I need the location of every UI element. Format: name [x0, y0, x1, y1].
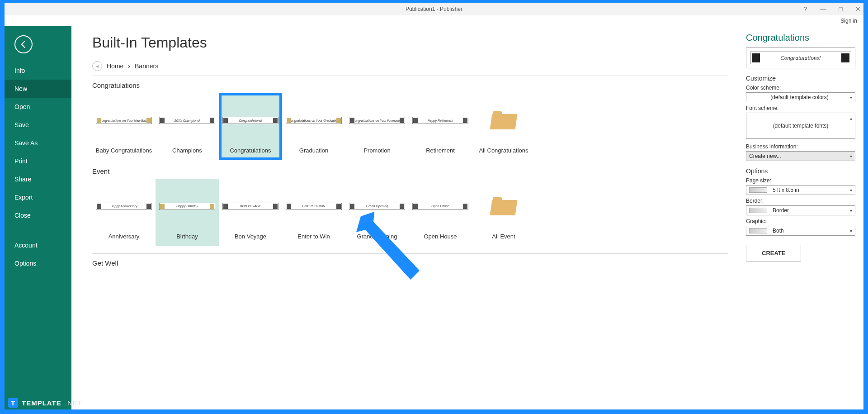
- graphic-value: Both: [773, 228, 784, 234]
- border-value: Border: [773, 207, 789, 214]
- template-anniversary[interactable]: Happy Anniversary Anniversary: [92, 179, 156, 246]
- breadcrumb-back-icon[interactable]: ◂: [92, 61, 102, 71]
- watermark-brand: TEMPLATE: [22, 399, 61, 407]
- template-champions[interactable]: 20XX Champions! Champions: [156, 93, 219, 160]
- close-icon[interactable]: ✕: [855, 5, 861, 13]
- template-row-event: Happy Anniversary Anniversary Happy Birt…: [92, 179, 728, 246]
- banner-thumb: Happy Anniversary: [96, 203, 152, 210]
- rp-title: Congratulations: [746, 33, 855, 43]
- color-scheme-value: (default template colors): [770, 94, 829, 100]
- banner-thumb: 20XX Champions!: [159, 117, 215, 124]
- graphic-select[interactable]: Both ▾: [746, 226, 855, 236]
- breadcrumb-sep: ›: [128, 62, 130, 70]
- page-size-label: Page size:: [746, 177, 855, 184]
- graphic-label: Graphic:: [746, 218, 855, 224]
- minimize-icon[interactable]: —: [820, 5, 826, 13]
- template-label: Champions: [172, 147, 202, 155]
- template-label: Promotion: [363, 147, 390, 155]
- customize-heading: Customize: [746, 75, 855, 82]
- templates-content: Built-In Templates ◂ Home › Banners Cong…: [71, 26, 741, 409]
- nav-options[interactable]: Options: [5, 254, 71, 272]
- banner-thumb: Congratulations on Your Promotion: [349, 117, 405, 124]
- nav-info[interactable]: Info: [5, 62, 71, 80]
- template-all-congratulations[interactable]: All Congratulations: [472, 93, 535, 160]
- template-label: Retirement: [426, 147, 455, 155]
- chevron-down-icon: ▾: [850, 188, 852, 193]
- template-label: All Congratulations: [479, 147, 528, 155]
- font-scheme-value: (default template fonts): [773, 123, 829, 129]
- border-label: Border:: [746, 198, 855, 204]
- breadcrumb-home[interactable]: Home: [107, 62, 123, 70]
- banner-thumb: BON VOYAGE: [222, 203, 278, 210]
- title-bar: Publication1 - Publisher ? — □ ✕: [5, 3, 863, 15]
- nav-export[interactable]: Export: [5, 188, 71, 206]
- arrow-left-icon: [19, 40, 28, 49]
- template-graduation[interactable]: Congratulations on Your Graduation Gradu…: [282, 93, 345, 160]
- create-button[interactable]: CREATE: [746, 245, 801, 262]
- section-title-event: Event: [92, 167, 728, 175]
- template-preview: Congratulations!: [746, 48, 855, 68]
- template-birthday[interactable]: Happy Birthday Birthday: [156, 179, 219, 246]
- template-row-congratulations: Congratulations on Your New Baby Baby Co…: [92, 93, 728, 160]
- chevron-down-icon: ▾: [850, 228, 852, 233]
- template-label: Birthday: [176, 233, 198, 241]
- window-controls: ? — □ ✕: [804, 3, 861, 15]
- template-bon-voyage[interactable]: BON VOYAGE Bon Voyage: [219, 179, 282, 246]
- template-all-event[interactable]: All Event: [472, 179, 535, 246]
- banner-thumb: ENTER TO WIN: [286, 203, 342, 210]
- maximize-icon[interactable]: □: [839, 5, 843, 13]
- color-scheme-select[interactable]: (default template colors) ▾: [746, 92, 855, 102]
- preview-banner: Congratulations!: [750, 52, 851, 64]
- page-size-select[interactable]: 5 ft x 8.5 in ▾: [746, 185, 855, 195]
- template-label: Enter to Win: [297, 233, 330, 241]
- template-promotion[interactable]: Congratulations on Your Promotion Promot…: [345, 93, 409, 160]
- template-baby-congratulations[interactable]: Congratulations on Your New Baby Baby Co…: [92, 93, 156, 160]
- template-retirement[interactable]: Happy Retirement Retirement: [409, 93, 472, 160]
- template-label: Graduation: [299, 147, 328, 155]
- nav-account[interactable]: Account: [5, 236, 71, 254]
- nav-print[interactable]: Print: [5, 152, 71, 170]
- banner-thumb: Happy Retirement: [412, 117, 468, 124]
- border-select[interactable]: Border ▾: [746, 205, 855, 215]
- banner-thumb: Congratulations on Your Graduation: [286, 117, 342, 124]
- template-grand-opening[interactable]: Grand Opening Grand Opening: [345, 179, 409, 246]
- font-scheme-label: Font scheme:: [746, 105, 855, 111]
- breadcrumb: ◂ Home › Banners: [92, 61, 728, 71]
- template-label: Open House: [424, 233, 457, 241]
- banner-thumb: Open House: [412, 203, 468, 210]
- banner-thumb: Happy Birthday: [159, 203, 215, 210]
- nav-close[interactable]: Close: [5, 206, 71, 224]
- chevron-down-icon: ▾: [850, 154, 852, 159]
- folder-icon: [491, 197, 516, 215]
- nav-save[interactable]: Save: [5, 116, 71, 134]
- template-label: Bon Voyage: [235, 233, 266, 241]
- template-label: All Event: [492, 233, 515, 241]
- signin-row: Sign in: [5, 15, 863, 26]
- watermark-badge-icon: T: [8, 398, 18, 408]
- nav-share[interactable]: Share: [5, 170, 71, 188]
- banner-thumb: Congratulations!: [222, 117, 278, 124]
- banner-thumb: Congratulations on Your New Baby: [96, 117, 152, 124]
- template-label: Baby Congratulations: [96, 147, 152, 155]
- section-title-get-well: Get Well: [92, 259, 728, 267]
- color-scheme-label: Color scheme:: [746, 85, 855, 91]
- back-button[interactable]: [14, 35, 33, 53]
- nav-new[interactable]: New: [5, 80, 71, 98]
- font-scheme-select[interactable]: (default template fonts) ▾: [746, 113, 855, 139]
- template-enter-to-win[interactable]: ENTER TO WIN Enter to Win: [282, 179, 345, 246]
- chevron-down-icon: ▾: [850, 208, 852, 213]
- watermark-suffix: .NET: [65, 399, 82, 407]
- template-label: Anniversary: [108, 233, 140, 241]
- template-congratulations[interactable]: Congratulations! Congratulations: [219, 93, 282, 160]
- nav-open[interactable]: Open: [5, 98, 71, 116]
- business-info-select[interactable]: Create new... ▾: [746, 151, 855, 161]
- section-title-congratulations: Congratulations: [92, 81, 728, 89]
- template-open-house[interactable]: Open House Open House: [409, 179, 472, 246]
- template-properties-panel: Congratulations Congratulations! Customi…: [741, 26, 863, 409]
- help-icon[interactable]: ?: [804, 5, 807, 13]
- nav-save-as[interactable]: Save As: [5, 134, 71, 152]
- folder-icon: [491, 111, 516, 129]
- page-title: Built-In Templates: [92, 34, 728, 51]
- signin-link[interactable]: Sign in: [840, 18, 857, 24]
- chevron-down-icon: ▾: [850, 117, 852, 122]
